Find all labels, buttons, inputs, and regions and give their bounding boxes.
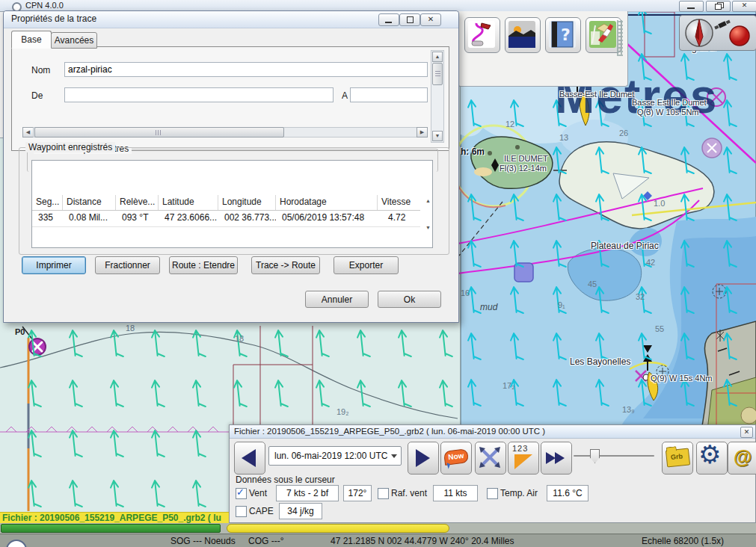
- grib-settings-button[interactable]: ⚙: [696, 442, 728, 475]
- split-button[interactable]: Fractionner: [95, 256, 160, 274]
- slider-handle[interactable]: [590, 449, 600, 463]
- grib-file-status-bar: Fichier : 20190506_155219_ARPEGE_P50_.gr…: [0, 512, 229, 524]
- cell-longitude: 002 36.773...: [218, 210, 276, 226]
- from-label: De: [31, 90, 43, 101]
- scroll-up-icon[interactable]: ▲: [432, 52, 443, 62]
- logbook-help-plugin-button[interactable]: ?: [545, 17, 581, 53]
- tab-base[interactable]: Base: [11, 31, 52, 49]
- dialog-minimize-button[interactable]: [378, 13, 399, 26]
- table-row[interactable]: 335 0.08 Mil... 093 °T 47 23.6066... 002…: [32, 210, 420, 227]
- vscroll-thumb[interactable]: [432, 63, 443, 85]
- weather-windsock-plugin-button[interactable]: [586, 17, 621, 53]
- cancel-button[interactable]: Annuler: [305, 291, 369, 308]
- hscroll-thumb[interactable]: [34, 127, 284, 137]
- fast-forward-button[interactable]: [541, 442, 572, 475]
- satellite-icon: [714, 19, 731, 31]
- waypoint-marker[interactable]: [29, 339, 46, 355]
- zoom-to-grib-button[interactable]: [475, 442, 506, 475]
- to-label: A: [342, 90, 348, 101]
- fields-vscrollbar[interactable]: ▲ ▼: [431, 50, 444, 143]
- air-temp-field: 11.6 °C: [547, 485, 588, 501]
- column-header[interactable]: Vitesse: [378, 195, 420, 210]
- status-bar: SOG --- Noeuds COG ---° 47 21.2185 N 002…: [0, 534, 756, 547]
- grib-request-button[interactable]: @: [728, 442, 756, 475]
- track-plugin-button[interactable]: [464, 17, 500, 53]
- prev-timestep-button[interactable]: [234, 442, 265, 475]
- orange-flag-icon: [514, 454, 532, 469]
- timestep-dropdown[interactable]: lun. 06-mai-2019 12:00 UTC: [268, 446, 402, 466]
- waypoints-table-header: Seg... Distance Relève... Latitude Longi…: [32, 195, 420, 211]
- recorded-waypoints-group: Waypoint enregistrés Seg... Distance Rel…: [19, 147, 449, 255]
- gps-status-icon: [730, 26, 749, 46]
- print-button[interactable]: Imprimer: [22, 256, 86, 274]
- table-scroll-up-icon[interactable]: ▲: [425, 198, 431, 203]
- column-header[interactable]: Horodatage: [276, 195, 378, 210]
- ais-target-icon[interactable]: [514, 263, 533, 282]
- chevron-down-icon: [391, 454, 397, 458]
- grib-close-button[interactable]: ✕: [740, 427, 753, 438]
- play-button[interactable]: [408, 442, 439, 475]
- app-close-button[interactable]: ✕: [732, 1, 756, 12]
- gust-field: 11 kts: [433, 485, 478, 501]
- gust-label: Raf. vent: [391, 488, 427, 498]
- fields-hscrollbar[interactable]: ◀ ▶: [22, 126, 428, 138]
- sog-value: SOG --- Noeuds: [170, 536, 236, 546]
- scroll-right-icon[interactable]: ▶: [417, 127, 428, 137]
- logbook-help-plugin-icon: ?: [549, 21, 576, 48]
- dialog-close-button[interactable]: ✕: [420, 13, 441, 26]
- from-field[interactable]: [64, 87, 334, 102]
- time-slider[interactable]: [574, 449, 654, 464]
- column-header[interactable]: Seg...: [32, 195, 63, 210]
- show-numbers-button[interactable]: 123: [508, 442, 539, 475]
- cape-field: 34 j/kg: [279, 503, 322, 519]
- cell-distance: 0.08 Mil...: [63, 210, 116, 226]
- cell-speed: 4.72: [378, 210, 420, 226]
- scroll-down-icon[interactable]: ▼: [432, 131, 443, 141]
- column-header[interactable]: Relève...: [116, 195, 159, 210]
- dialog-titlebar[interactable]: Propriétés de la trace ✕: [4, 11, 458, 28]
- compass-rose-icon[interactable]: [686, 19, 713, 46]
- to-field[interactable]: [350, 87, 428, 102]
- open-grib-file-button[interactable]: Grb: [662, 442, 693, 475]
- weather-windsock-plugin-icon: [589, 21, 616, 48]
- waypoints-table[interactable]: Seg... Distance Relève... Latitude Longi…: [31, 160, 433, 248]
- grib-titlebar[interactable]: Fichier : 20190506_155219_ARPEGE_P50_.gr…: [230, 425, 755, 439]
- table-scroll-down-icon[interactable]: ▼: [425, 225, 431, 230]
- scroll-left-icon[interactable]: ◀: [22, 127, 34, 137]
- wind-direction-field: 172°: [343, 485, 372, 501]
- compass-gps-widget[interactable]: [679, 15, 756, 51]
- grib-weather-panel: Fichier : 20190506_155219_ARPEGE_P50_.gr…: [229, 424, 756, 523]
- column-header[interactable]: Longitude: [218, 195, 276, 210]
- tab-content-panel: Nom De A ▲ ▼ Afficher les paramètres ◀ ▶: [11, 46, 449, 151]
- app-title: CPN 4.0.0: [25, 1, 64, 10]
- cape-checkbox[interactable]: [236, 506, 247, 517]
- dialog-maximize-button[interactable]: [399, 13, 420, 26]
- bearing-distance-value: 240° 20.4 Milles: [450, 536, 514, 546]
- cursor-data-legend: Données sous le curseur: [236, 475, 335, 485]
- opencpn-window: Mètres gravelBasse-Est Ile DumetBasse Es…: [0, 0, 756, 547]
- cell-bearing: 093 °T: [116, 210, 159, 226]
- tab-avancees[interactable]: Avancées: [51, 32, 97, 49]
- chart-scale-value: Echelle 68200 (1.5x): [642, 536, 724, 546]
- route-extend-button[interactable]: Route : Etendre: [169, 256, 238, 274]
- column-header[interactable]: Latitude: [159, 195, 218, 210]
- toolbar-drag-handle[interactable]: [617, 20, 623, 56]
- wind-checkbox[interactable]: [236, 488, 247, 499]
- cell-latitude: 47 23.6066...: [159, 210, 218, 226]
- air-temp-checkbox[interactable]: [487, 488, 498, 499]
- name-field[interactable]: [64, 62, 428, 77]
- green-progress-bar: [1, 524, 221, 533]
- dialog-title: Propriétés de la trace: [11, 13, 96, 24]
- climatology-plugin-icon: [508, 21, 535, 48]
- track-to-route-button[interactable]: Trace -> Route: [251, 256, 320, 274]
- ok-button[interactable]: Ok: [378, 291, 441, 308]
- track-properties-dialog: Propriétés de la trace ✕ Base Avancées N…: [3, 10, 459, 323]
- gust-checkbox[interactable]: [378, 488, 389, 499]
- app-minimize-button[interactable]: [679, 1, 704, 12]
- wind-label: Vent: [249, 488, 267, 498]
- app-restore-button[interactable]: [706, 1, 731, 12]
- climatology-plugin-button[interactable]: [505, 17, 541, 53]
- export-button[interactable]: Exporter: [334, 256, 399, 274]
- column-header[interactable]: Distance: [63, 195, 116, 210]
- now-button[interactable]: Now: [440, 442, 472, 475]
